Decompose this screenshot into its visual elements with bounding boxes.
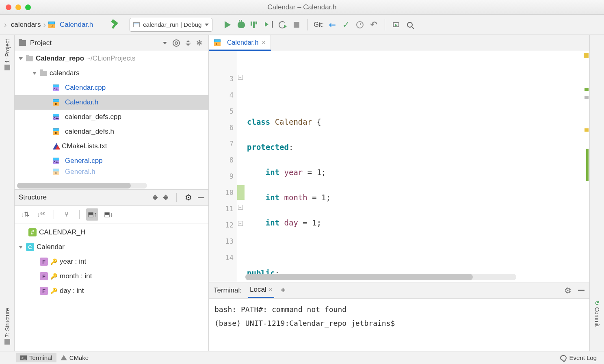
hide-terminal-button[interactable] xyxy=(578,290,585,291)
collapse-all-button[interactable] xyxy=(163,195,168,200)
code-content[interactable]: class Calendar { protected: int year = 1… xyxy=(247,51,583,282)
separator xyxy=(385,19,385,30)
warning-marker[interactable] xyxy=(584,53,589,58)
scrollbar-thumb[interactable] xyxy=(245,274,473,280)
git-update-button[interactable]: ↙ xyxy=(327,20,338,30)
commit-tool-button[interactable]: ↻ Commit xyxy=(594,301,600,327)
tree-file[interactable]: C++ calendar_defs.cpp xyxy=(15,110,208,124)
breadcrumb[interactable]: calendars › H Calendar.h xyxy=(11,20,93,29)
ok-marker[interactable] xyxy=(586,149,589,181)
marker[interactable] xyxy=(585,96,589,99)
status-cmake-tab[interactable]: CMake xyxy=(56,353,93,362)
run-button[interactable] xyxy=(222,20,233,30)
git-rollback-button[interactable]: ↶ xyxy=(368,20,379,30)
tree-file[interactable]: C++ General.cpp xyxy=(15,154,208,168)
tree-file[interactable]: CMakeLists.txt xyxy=(15,139,208,154)
structure-field[interactable]: F 🔑 year : int xyxy=(15,254,208,269)
close-terminal-tab-icon[interactable]: × xyxy=(269,286,273,293)
structure-field[interactable]: F 🔑 day : int xyxy=(15,284,208,298)
left-pane: Project ✻ Calendar_repo ~/CLionProjects … xyxy=(15,35,209,351)
scrollbar-thumb[interactable] xyxy=(17,183,131,188)
expand-all-button[interactable] xyxy=(153,195,158,200)
terminal-settings-icon[interactable]: ⚙ xyxy=(564,286,572,295)
select-opened-file-button[interactable] xyxy=(173,39,180,47)
project-view-icon xyxy=(19,40,26,46)
settings-icon[interactable]: ⚙ xyxy=(185,193,192,202)
error-stripe[interactable] xyxy=(583,51,589,282)
breadcrumb-project[interactable]: calendars xyxy=(11,21,41,29)
event-log-button[interactable]: Event Log xyxy=(560,354,601,361)
warning-marker[interactable] xyxy=(585,128,589,132)
h-file-icon: H xyxy=(53,99,62,106)
structure-class[interactable]: C Calendar xyxy=(15,240,208,254)
structure-field[interactable]: F 🔑 month : int xyxy=(15,269,208,284)
editor[interactable]: 3 4 5 6 7 8 9 10 11 12 13 14 − − − class… xyxy=(209,51,589,282)
run-with-button[interactable] xyxy=(277,20,288,30)
profile-button[interactable] xyxy=(264,20,274,30)
vcs-change-marker[interactable] xyxy=(237,185,245,200)
expand-icon[interactable] xyxy=(19,57,23,60)
run-anything-button[interactable] xyxy=(391,20,401,30)
show-inherited-button[interactable]: ⑂ xyxy=(61,208,73,221)
terminal-panel: Terminal: Local × + ⚙ bash: PATH#: comma… xyxy=(209,282,589,351)
structure-tree[interactable]: # CALENDAR_H C Calendar F 🔑 year : int F… xyxy=(15,223,208,351)
status-terminal-tab[interactable]: >_ Terminal xyxy=(16,353,56,362)
separator xyxy=(54,210,54,219)
tree-folder[interactable]: calendars xyxy=(15,66,208,80)
autoscroll-from-button[interactable]: ⬒↓ xyxy=(102,208,115,221)
close-tab-icon[interactable]: × xyxy=(262,39,265,46)
expand-icon[interactable] xyxy=(19,246,23,249)
fold-toggle[interactable]: − xyxy=(238,221,243,226)
project-tree[interactable]: Calendar_repo ~/CLionProjects calendars … xyxy=(15,51,208,189)
build-button[interactable] xyxy=(109,20,120,30)
play-icon xyxy=(225,21,231,28)
folder-icon xyxy=(40,71,47,76)
tree-file[interactable]: H calendar_defs.h xyxy=(15,124,208,139)
right-tool-rail: ↻ Commit xyxy=(589,35,604,351)
fold-toggle[interactable]: − xyxy=(238,205,243,210)
structure-macro[interactable]: # CALENDAR_H xyxy=(15,225,208,240)
run-coverage-button[interactable] xyxy=(250,20,260,30)
left-tool-rail: 1: Project 7: Structure xyxy=(0,35,15,351)
fold-toggle[interactable]: − xyxy=(238,75,243,80)
tree-file[interactable]: H General.h xyxy=(15,168,208,176)
inherit-icon: ⑂ xyxy=(65,211,69,218)
new-terminal-button[interactable]: + xyxy=(281,286,286,295)
editor-tab[interactable]: H Calendar.h × xyxy=(209,35,271,51)
h-file-icon: H xyxy=(53,169,62,175)
tree-file[interactable]: C++ Calendar.cpp xyxy=(15,80,208,95)
autoscroll-source-button[interactable]: ⬒↑ xyxy=(86,208,98,221)
sort-alpha-icon: ↓ᵃᶻ xyxy=(37,210,45,218)
expand-icon[interactable] xyxy=(32,72,37,75)
project-tool-button[interactable]: 1: Project xyxy=(4,39,11,70)
field-label: year : int xyxy=(60,258,86,266)
breadcrumb-file[interactable]: Calendar.h xyxy=(60,21,93,29)
sort-alpha-button[interactable]: ↓ᵃᶻ xyxy=(35,208,47,221)
git-commit-button[interactable]: ✓ xyxy=(341,20,351,30)
tree-root[interactable]: Calendar_repo ~/CLionProjects xyxy=(15,51,208,66)
tree-file-selected[interactable]: H Calendar.h xyxy=(15,95,208,110)
terminal-line: bash: PATH#: command not found xyxy=(214,303,584,316)
hammer-icon xyxy=(110,20,119,30)
horizontal-scrollbar[interactable] xyxy=(17,183,147,188)
project-panel-title[interactable]: Project xyxy=(30,39,159,47)
git-history-button[interactable] xyxy=(355,20,365,30)
terminal-tab[interactable]: Local × xyxy=(248,282,274,298)
file-name: Calendar.cpp xyxy=(65,84,106,92)
event-log-label: Event Log xyxy=(569,354,597,361)
settings-icon[interactable]: ✻ xyxy=(196,39,204,48)
stop-button[interactable] xyxy=(291,20,302,30)
sort-by-visibility-button[interactable]: ↓⇅ xyxy=(19,208,31,221)
structure-tool-button[interactable]: 7: Structure xyxy=(4,308,11,344)
ok-marker[interactable] xyxy=(585,88,589,91)
editor-scrollbar[interactable] xyxy=(245,274,516,280)
terminal-output[interactable]: bash: PATH#: command not found (base) UN… xyxy=(209,299,589,351)
view-mode-dropdown[interactable] xyxy=(163,42,167,44)
debug-button[interactable] xyxy=(236,20,247,30)
h-file-icon: H xyxy=(48,22,57,28)
collapse-all-button[interactable] xyxy=(186,40,191,46)
structure-title[interactable]: Structure xyxy=(19,193,147,202)
hide-button[interactable] xyxy=(198,197,204,198)
run-configuration-dropdown[interactable]: calendar_run | Debug xyxy=(130,18,212,32)
search-everywhere-button[interactable] xyxy=(405,20,415,30)
